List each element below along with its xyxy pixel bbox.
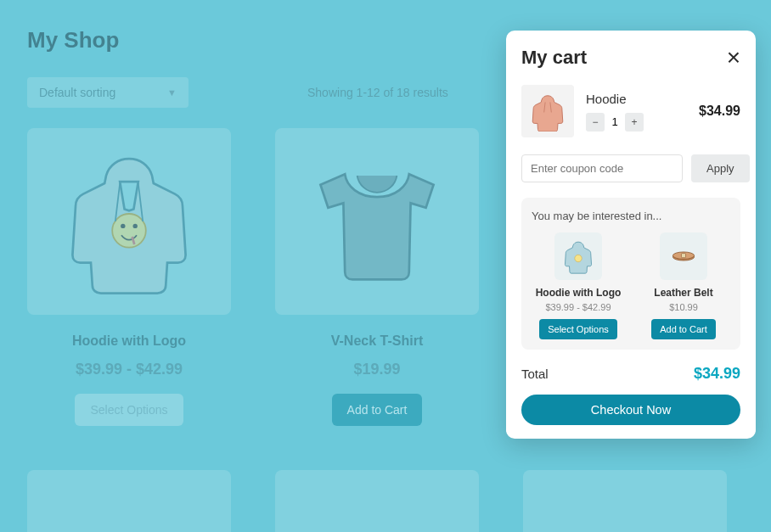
suggestions: You may be interested in... Hoodie with …: [521, 198, 740, 350]
total-label: Total: [521, 367, 549, 381]
coupon-input[interactable]: [521, 154, 683, 182]
hoodie-icon: [527, 91, 568, 132]
quantity-stepper: − +: [586, 113, 644, 132]
cart-item: Hoodie − + $34.99: [521, 85, 740, 137]
suggestion-item: Leather Belt $10.99 Add to Cart: [637, 232, 730, 339]
result-count: Showing 1-12 of 18 results: [307, 86, 448, 99]
svg-point-3: [575, 255, 582, 261]
add-to-cart-button[interactable]: Add to Cart: [332, 394, 423, 426]
product-price: $19.99: [275, 361, 479, 378]
cart-item-price: $34.99: [699, 104, 740, 119]
cart-title: My cart: [521, 47, 587, 69]
product-card: [275, 470, 479, 532]
close-icon[interactable]: ×: [727, 46, 740, 70]
product-thumbnail[interactable]: [27, 128, 231, 315]
add-to-cart-button[interactable]: Add to Cart: [651, 319, 716, 339]
tshirt-icon: [301, 145, 453, 298]
qty-input[interactable]: [605, 113, 625, 132]
svg-point-0: [112, 214, 146, 248]
product-thumbnail[interactable]: [523, 470, 727, 532]
hoodie-icon: [53, 145, 205, 298]
suggestion-thumbnail[interactable]: [554, 232, 602, 280]
svg-rect-6: [681, 254, 685, 258]
apply-coupon-button[interactable]: Apply: [691, 154, 750, 182]
sort-select[interactable]: Default sorting ▼: [27, 77, 189, 108]
chevron-down-icon: ▼: [167, 87, 177, 98]
svg-point-2: [133, 224, 138, 228]
product-card: V-Neck T-Shirt $19.99 Add to Cart: [275, 128, 479, 426]
suggestion-name: Leather Belt: [637, 287, 730, 299]
sort-label: Default sorting: [39, 86, 115, 99]
total-amount: $34.99: [694, 365, 740, 383]
cart-thumbnail: [521, 85, 574, 137]
product-card: [27, 470, 231, 532]
product-thumbnail[interactable]: [275, 128, 479, 315]
qty-plus-button[interactable]: +: [625, 113, 644, 132]
product-thumbnail[interactable]: [275, 470, 479, 532]
product-icon: [549, 487, 701, 532]
cart-item-name: Hoodie: [586, 92, 644, 106]
suggestion-price: $39.99 - $42.99: [532, 302, 625, 312]
product-name: Hoodie with Logo: [27, 333, 231, 349]
suggestion-item: Hoodie with Logo $39.99 - $42.99 Select …: [532, 232, 625, 339]
product-card: [523, 470, 727, 532]
select-options-button[interactable]: Select Options: [75, 394, 183, 426]
hoodie-icon: [560, 238, 596, 274]
product-card: Hoodie with Logo $39.99 - $42.99 Select …: [27, 128, 231, 426]
qty-minus-button[interactable]: −: [586, 113, 605, 132]
suggestions-title: You may be interested in...: [532, 210, 730, 222]
suggestion-name: Hoodie with Logo: [532, 287, 625, 299]
cart-panel: My cart × Hoodie − + $34.99 Apply You ma…: [506, 31, 756, 439]
product-price: $39.99 - $42.99: [27, 361, 231, 378]
product-name: V-Neck T-Shirt: [275, 333, 479, 349]
belt-icon: [666, 238, 701, 274]
product-thumbnail[interactable]: [27, 470, 231, 532]
checkout-button[interactable]: Checkout Now: [521, 395, 740, 425]
suggestion-price: $10.99: [637, 302, 730, 312]
suggestion-thumbnail[interactable]: [660, 232, 707, 280]
select-options-button[interactable]: Select Options: [539, 319, 617, 339]
svg-point-1: [121, 224, 125, 228]
